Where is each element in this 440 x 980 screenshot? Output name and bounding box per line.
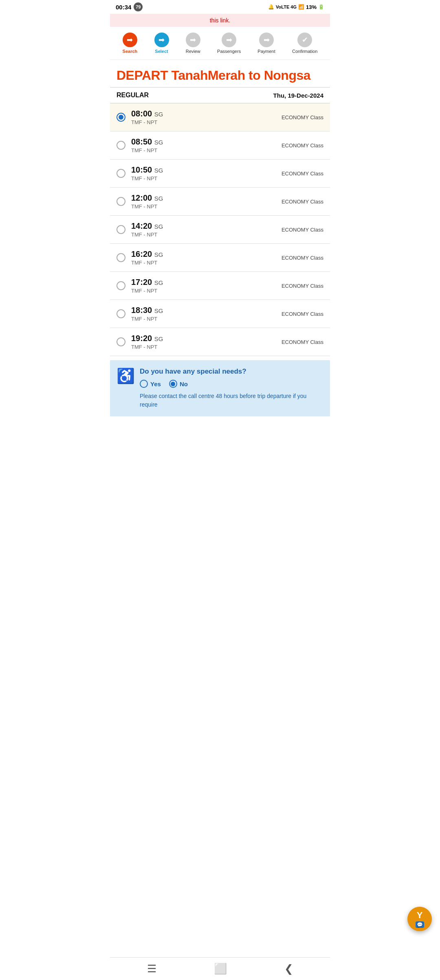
schedule-time-block-2: 10:50 SG TMF - NPT — [131, 165, 282, 182]
schedule-time-8: 19:20 SG — [131, 334, 282, 343]
schedule-class-4: ECONOMY Class — [282, 227, 323, 233]
step-payment[interactable]: ➡ Payment — [257, 33, 275, 54]
status-right: 🔔 VoLTE 4G 📶 13% 🔋 — [268, 4, 324, 10]
status-badge: 79 — [134, 2, 143, 11]
schedule-class-2: ECONOMY Class — [282, 171, 323, 177]
schedule-time-5: 16:20 SG — [131, 249, 282, 259]
step-search[interactable]: ➡ Search — [123, 33, 138, 54]
yes-option[interactable]: Yes — [140, 380, 161, 388]
network-icon: VoLTE 4G — [276, 4, 297, 9]
schedule-time-block-3: 12:00 SG TMF - NPT — [131, 193, 282, 210]
radio-7[interactable] — [117, 309, 125, 318]
special-needs-content: Do you have any special needs? Yes No Pl… — [140, 368, 323, 409]
no-label: No — [180, 381, 188, 387]
battery-text: 13% — [306, 4, 317, 10]
select-step-icon: ➡ — [154, 33, 169, 47]
radio-4[interactable] — [117, 225, 125, 234]
step-confirmation[interactable]: ✔ Confirmation — [292, 33, 317, 54]
schedule-time-0: 08:00 SG — [131, 109, 282, 118]
no-radio[interactable] — [169, 380, 177, 388]
battery-icon: 🔋 — [318, 4, 324, 10]
schedule-time-block-5: 16:20 SG TMF - NPT — [131, 249, 282, 266]
step-select[interactable]: ➡ Select — [154, 33, 169, 54]
special-needs-radio-group: Yes No — [140, 380, 323, 388]
radio-6[interactable] — [117, 281, 125, 290]
schedule-item-3[interactable]: 12:00 SG TMF - NPT ECONOMY Class — [110, 188, 330, 216]
radio-1[interactable] — [117, 141, 125, 150]
status-bar: 00:34 79 🔔 VoLTE 4G 📶 13% 🔋 — [110, 0, 330, 14]
schedule-time-3: 12:00 SG — [131, 193, 282, 203]
review-step-label: Review — [186, 49, 200, 54]
schedule-class-7: ECONOMY Class — [282, 311, 323, 317]
depart-title: DEPART TanahMerah to Nongsa — [117, 68, 323, 83]
passengers-step-label: Passengers — [217, 49, 241, 54]
radio-2[interactable] — [117, 169, 125, 178]
route-type-label: REGULAR — [117, 92, 149, 99]
schedule-time-1: 08:50 SG — [131, 137, 282, 147]
schedule-item-5[interactable]: 16:20 SG TMF - NPT ECONOMY Class — [110, 244, 330, 272]
yes-radio[interactable] — [140, 380, 148, 388]
schedule-route-0: TMF - NPT — [131, 119, 282, 125]
schedule-class-6: ECONOMY Class — [282, 283, 323, 289]
signal-icon: 📶 — [298, 4, 304, 10]
alarm-icon: 🔔 — [268, 4, 274, 10]
schedule-class-5: ECONOMY Class — [282, 255, 323, 261]
special-needs-title: Do you have any special needs? — [140, 368, 323, 376]
schedule-route-5: TMF - NPT — [131, 260, 282, 266]
special-needs-banner: ♿ Do you have any special needs? Yes No … — [110, 360, 330, 416]
schedule-time-block-6: 17:20 SG TMF - NPT — [131, 278, 282, 294]
schedule-item-0[interactable]: 08:00 SG TMF - NPT ECONOMY Class — [110, 103, 330, 131]
schedule-time-6: 17:20 SG — [131, 278, 282, 287]
radio-8[interactable] — [117, 337, 125, 346]
radio-5[interactable] — [117, 253, 125, 262]
route-header: REGULAR Thu, 19-Dec-2024 — [110, 87, 330, 103]
schedule-item-4[interactable]: 14:20 SG TMF - NPT ECONOMY Class — [110, 216, 330, 244]
schedule-time-block-4: 14:20 SG TMF - NPT — [131, 221, 282, 238]
schedule-item-1[interactable]: 08:50 SG TMF - NPT ECONOMY Class — [110, 131, 330, 160]
schedule-time-2: 10:50 SG — [131, 165, 282, 175]
review-step-icon: ➡ — [186, 33, 200, 47]
schedule-item-6[interactable]: 17:20 SG TMF - NPT ECONOMY Class — [110, 272, 330, 300]
schedule-route-7: TMF - NPT — [131, 316, 282, 322]
route-date-label: Thu, 19-Dec-2024 — [273, 92, 323, 99]
schedule-time-block-7: 18:30 SG TMF - NPT — [131, 306, 282, 322]
depart-heading: DEPART TanahMerah to Nongsa — [110, 60, 330, 87]
schedule-class-3: ECONOMY Class — [282, 199, 323, 205]
confirmation-step-icon: ✔ — [297, 33, 312, 47]
schedule-route-8: TMF - NPT — [131, 344, 282, 350]
notification-banner[interactable]: this link. — [110, 14, 330, 27]
search-step-label: Search — [123, 49, 138, 54]
schedule-route-4: TMF - NPT — [131, 232, 282, 238]
schedule-route-6: TMF - NPT — [131, 288, 282, 294]
schedule-class-0: ECONOMY Class — [282, 114, 323, 120]
schedule-time-block-0: 08:00 SG TMF - NPT — [131, 109, 282, 125]
schedule-item-7[interactable]: 18:30 SG TMF - NPT ECONOMY Class — [110, 300, 330, 328]
confirmation-step-label: Confirmation — [292, 49, 317, 54]
status-time: 00:34 — [116, 4, 131, 11]
schedule-item-2[interactable]: 10:50 SG TMF - NPT ECONOMY Class — [110, 160, 330, 188]
no-option[interactable]: No — [169, 380, 188, 388]
depart-route: TanahMerah to Nongsa — [172, 68, 310, 83]
notification-text: this link. — [210, 17, 231, 24]
passengers-step-icon: ➡ — [222, 33, 236, 47]
radio-0[interactable] — [117, 113, 125, 122]
select-step-label: Select — [155, 49, 168, 54]
schedule-item-8[interactable]: 19:20 SG TMF - NPT ECONOMY Class — [110, 328, 330, 356]
schedule-route-3: TMF - NPT — [131, 203, 282, 210]
schedule-route-1: TMF - NPT — [131, 147, 282, 153]
special-needs-note: Please contact the call centre 48 hours … — [140, 392, 323, 409]
schedule-time-4: 14:20 SG — [131, 221, 282, 231]
schedule-time-block-8: 19:20 SG TMF - NPT — [131, 334, 282, 350]
step-passengers[interactable]: ➡ Passengers — [217, 33, 241, 54]
yes-label: Yes — [150, 381, 161, 387]
search-step-icon: ➡ — [123, 33, 137, 47]
schedule-list: 08:00 SG TMF - NPT ECONOMY Class 08:50 S… — [110, 103, 330, 356]
payment-step-icon: ➡ — [259, 33, 274, 47]
step-review[interactable]: ➡ Review — [186, 33, 200, 54]
status-left: 00:34 79 — [116, 2, 143, 11]
radio-3[interactable] — [117, 197, 125, 206]
schedule-class-1: ECONOMY Class — [282, 142, 323, 149]
payment-step-label: Payment — [257, 49, 275, 54]
schedule-class-8: ECONOMY Class — [282, 339, 323, 345]
schedule-route-2: TMF - NPT — [131, 175, 282, 182]
